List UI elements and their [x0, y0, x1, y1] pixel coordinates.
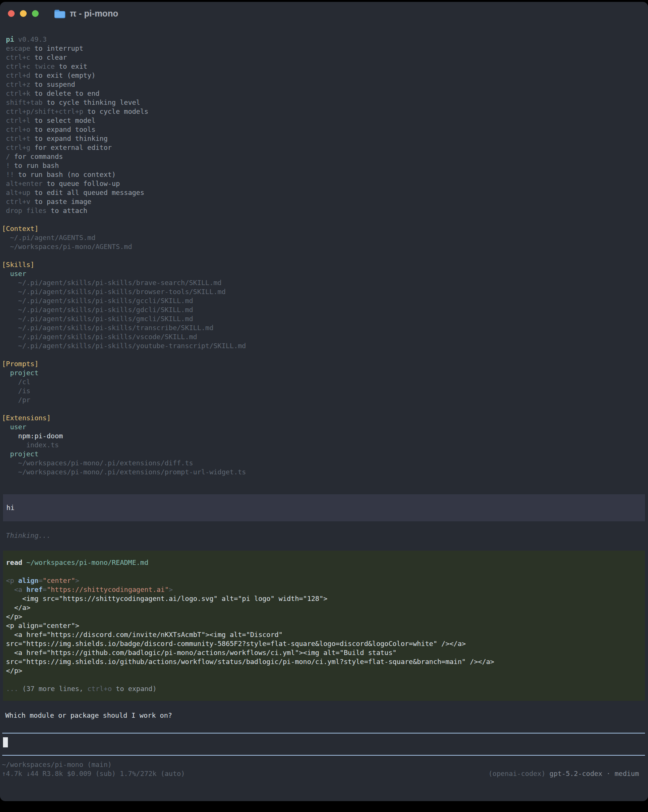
context-path: ~/workspaces/pi-mono/AGENTS.md: [0, 242, 648, 251]
prompt-item: /pr: [0, 395, 648, 404]
tool-call-header: read~/workspaces/pi-mono/README.md: [6, 558, 645, 567]
status-stats-row: ↑4.7k ↓44 R3.8k $0.009 (sub) 1.7%/272k (…: [0, 769, 648, 778]
code-line: <p align="center">: [6, 621, 645, 630]
help-line: ctrl+t to expand thinking: [0, 134, 648, 143]
zoom-button[interactable]: [32, 10, 39, 17]
minimize-button[interactable]: [20, 10, 27, 17]
user-message-text: hi: [6, 503, 645, 512]
help-line: alt+up to edit all queued messages: [0, 188, 648, 197]
help-line: ctrl+d to exit (empty): [0, 71, 648, 80]
app-name: pi: [6, 35, 14, 43]
help-line: ctrl+o to expand tools: [0, 125, 648, 134]
help-line: ctrl+p/shift+ctrl+p to cycle models: [0, 107, 648, 116]
close-button[interactable]: [8, 10, 15, 17]
status-model-info: (openai-codex) gpt-5.2-codex · medium: [488, 769, 639, 778]
help-line: drop files to attach: [0, 206, 648, 215]
help-line: / for commands: [0, 152, 648, 161]
thinking-indicator: Thinking...: [0, 531, 648, 540]
code-line: <a href="https://discord.com/invite/nKXT…: [6, 630, 645, 639]
code-line: <a href="https://shittycodingagent.ai">: [6, 585, 645, 594]
user-message: hi: [3, 494, 645, 521]
skill-path: ~/.pi/agent/skills/pi-skills/transcribe/…: [0, 324, 648, 333]
context-section-header: [Context]: [0, 224, 648, 233]
help-line: ctrl+c to clear: [0, 53, 648, 62]
input-separator-bottom: [2, 755, 645, 756]
extensions-user-scope: user: [0, 423, 648, 432]
app-version-line: pi v0.49.3: [0, 35, 648, 44]
help-line: shift+tab to cycle thinking level: [0, 98, 648, 107]
tool-call-block: read~/workspaces/pi-mono/README.md <p al…: [3, 551, 645, 701]
code-line: <a href="https://github.com/badlogic/pi-…: [6, 648, 645, 657]
skill-path: ~/.pi/agent/skills/pi-skills/gccli/SKILL…: [0, 296, 648, 305]
skill-path: ~/.pi/agent/skills/pi-skills/vscode/SKIL…: [0, 333, 648, 341]
help-line: ctrl+k to delete to end: [0, 89, 648, 98]
prompt-item: /cl: [0, 377, 648, 386]
code-line: <p align="center">: [6, 576, 645, 585]
help-line: ! to run bash: [0, 161, 648, 170]
help-line: escape to interrupt: [0, 44, 648, 53]
help-line: ctrl+g for external editor: [0, 143, 648, 152]
code-line: src="https://img.shields.io/badge/discor…: [6, 639, 645, 648]
status-provider: (openai-codex): [488, 769, 550, 777]
help-line: ctrl+l to select model: [0, 116, 648, 125]
extensions-section-header: [Extensions]: [0, 414, 648, 423]
tool-arg: ~/workspaces/pi-mono/README.md: [26, 559, 148, 566]
more-lines-indicator: ... (37 more lines, ctrl+o to expand): [6, 684, 645, 693]
help-line: ctrl+v to paste image: [0, 197, 648, 206]
terminal-window: π - pi-mono pi v0.49.3 escape to interru…: [0, 2, 648, 801]
extension-path: ~/workspaces/pi-mono/.pi/extensions/prom…: [0, 468, 648, 476]
code-line: src="https://img.shields.io/github/actio…: [6, 657, 645, 666]
skills-section-header: [Skills]: [0, 260, 648, 269]
status-cwd: ~/workspaces/pi-mono (main): [0, 760, 648, 769]
help-line: ctrl+z to suspend: [0, 80, 648, 89]
help-line: !! to run bash (no context): [0, 170, 648, 179]
app-version: [14, 35, 18, 43]
skills-scope: user: [0, 269, 648, 278]
help-line: ctrl+c twice to exit: [0, 62, 648, 71]
skill-path: ~/.pi/agent/skills/pi-skills/browser-too…: [0, 287, 648, 296]
assistant-message: Which module or package should I work on…: [0, 711, 648, 720]
skill-path: ~/.pi/agent/skills/pi-skills/brave-searc…: [0, 278, 648, 287]
help-line: alt+enter to queue follow-up: [0, 179, 648, 188]
skill-path: ~/.pi/agent/skills/pi-skills/gmcli/SKILL…: [0, 314, 648, 324]
code-line: <img src="https://shittycodingagent.ai/l…: [6, 594, 645, 603]
extensions-project-scope: project: [0, 450, 648, 459]
status-bar: ~/workspaces/pi-mono (main) ↑4.7k ↓44 R3…: [0, 760, 648, 778]
prompts-section-header: [Prompts]: [0, 359, 648, 368]
code-line: </a>: [6, 603, 645, 612]
skill-path: ~/.pi/agent/skills/pi-skills/gdcli/SKILL…: [0, 305, 648, 314]
context-path: ~/.pi/agent/AGENTS.md: [0, 233, 648, 242]
tool-name: read: [6, 559, 22, 566]
extension-npm-file: index.ts: [0, 441, 648, 450]
extension-path: ~/workspaces/pi-mono/.pi/extensions/diff…: [0, 459, 648, 468]
text-cursor: [3, 737, 8, 747]
status-token-stats: ↑4.7k ↓44 R3.8k $0.009 (sub) 1.7%/272k (…: [2, 769, 185, 778]
prompts-scope: project: [0, 368, 648, 377]
code-line: </p>: [6, 666, 645, 675]
window-title: π - pi-mono: [70, 9, 118, 19]
folder-icon: [54, 9, 65, 18]
title-bar: π - pi-mono: [0, 2, 648, 25]
status-model: gpt-5.2-codex · medium: [550, 769, 639, 777]
prompt-item: /is: [0, 386, 648, 395]
prompt-input[interactable]: [0, 734, 648, 755]
skill-path: ~/.pi/agent/skills/pi-skills/youtube-tra…: [0, 341, 648, 350]
code-line: </p>: [6, 612, 645, 621]
extension-npm-package: npm:pi-doom: [0, 432, 648, 441]
